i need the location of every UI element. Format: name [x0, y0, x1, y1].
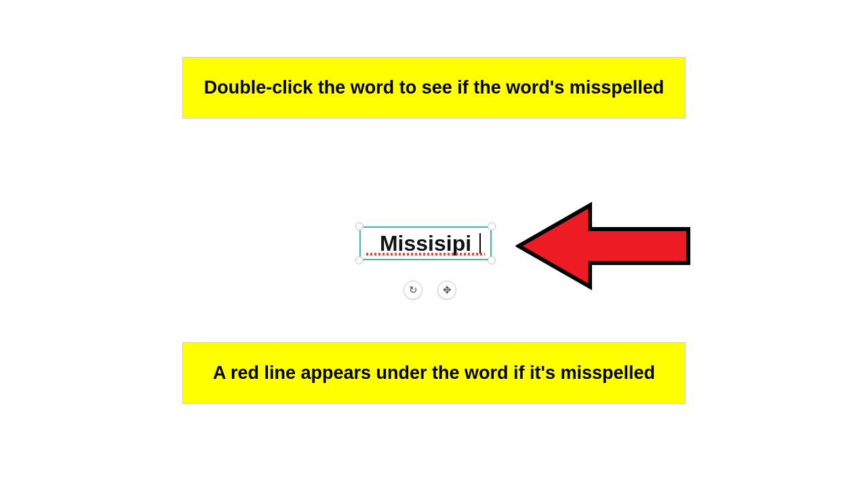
selected-textbox[interactable]: Missisipi — [359, 226, 492, 260]
callout-top-text: Double-click the word to see if the word… — [204, 77, 665, 98]
resize-handle-top-left[interactable] — [355, 222, 363, 230]
instruction-callout-bottom: A red line appears under the word if it'… — [182, 342, 686, 404]
textbox-frame[interactable]: Missisipi — [359, 226, 492, 260]
callout-bottom-text: A red line appears under the word if it'… — [213, 363, 655, 383]
resize-handle-bottom-left[interactable] — [355, 256, 363, 264]
text-cursor — [479, 233, 481, 253]
svg-marker-0 — [519, 205, 688, 287]
textbox-toolbar: ↻ ✥ — [403, 281, 456, 300]
spellcheck-underline — [366, 253, 485, 256]
rotate-button[interactable]: ↻ — [403, 281, 422, 300]
rotate-icon: ↻ — [409, 284, 418, 296]
resize-handle-top-right[interactable] — [488, 222, 496, 230]
misspelled-word[interactable]: Missisipi — [380, 232, 471, 254]
pointer-arrow — [515, 195, 692, 300]
move-icon: ✥ — [443, 284, 452, 296]
move-button[interactable]: ✥ — [437, 281, 456, 300]
resize-handle-bottom-right[interactable] — [488, 256, 496, 264]
instruction-callout-top: Double-click the word to see if the word… — [182, 57, 686, 119]
arrow-icon — [515, 195, 692, 297]
